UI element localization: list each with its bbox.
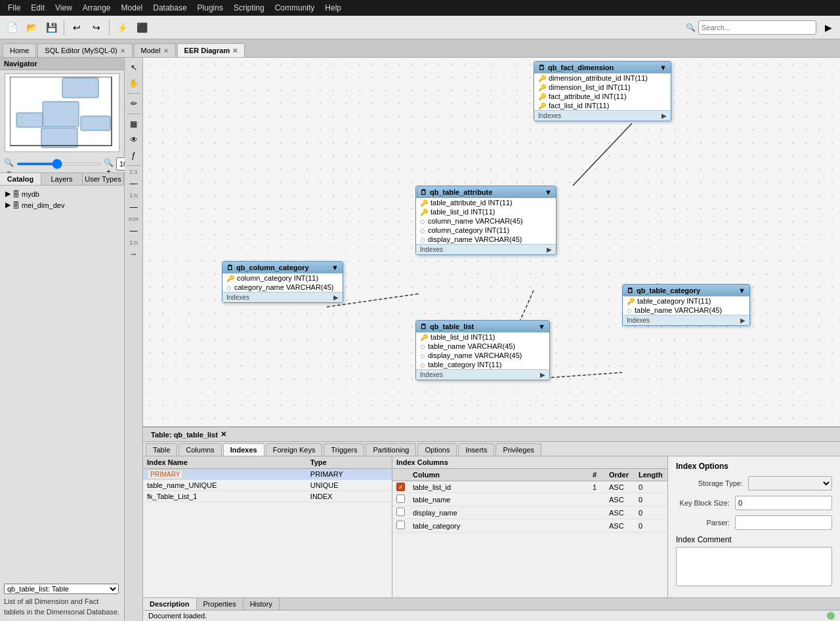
eer-field-3-2[interactable]: ◇display_name VARCHAR(45) — [416, 351, 549, 360]
tab-model-close[interactable]: ✕ — [163, 47, 169, 54]
eer-table-qb-table-category[interactable]: 🗒 qb_table_category ▼ 🔑table_category IN… — [622, 284, 750, 326]
editor-tab-privileges[interactable]: Privileges — [495, 443, 541, 456]
eer-field-4-1[interactable]: ◇table_name VARCHAR(45) — [623, 306, 749, 315]
menu-plugins[interactable]: Plugins — [192, 0, 228, 16]
eer-field-3-3[interactable]: ◇table_category INT(11) — [416, 360, 549, 369]
menu-database[interactable]: Database — [148, 0, 192, 16]
sidebar-tab-usertypes[interactable]: User Types — [83, 173, 124, 185]
eer-menu-col-cat[interactable]: ▼ — [331, 264, 339, 271]
icol-row-2[interactable]: display_name ASC 0 — [392, 506, 667, 519]
eer-indexes-1[interactable]: Indexes▶ — [416, 244, 556, 254]
index-row-fk[interactable]: fk_Table_List_1 INDEX — [143, 491, 392, 502]
eer-field-3-1[interactable]: ◇table_name VARCHAR(45) — [416, 342, 549, 351]
menu-view[interactable]: View — [50, 0, 77, 16]
tree-item-mydb[interactable]: ▶ 🗄 mydb — [3, 188, 121, 199]
eer-table-qb-column-category[interactable]: 🗒 qb_column_category ▼ 🔑column_category … — [222, 261, 343, 303]
eer-field-2-1[interactable]: ◇category_name VARCHAR(45) — [222, 283, 343, 292]
menu-community[interactable]: Community — [270, 0, 320, 16]
index-row-primary[interactable]: PRIMARY PRIMARY — [143, 469, 392, 480]
stop-button[interactable]: ⬛ — [133, 18, 151, 37]
status-tab-description[interactable]: Description — [143, 598, 197, 610]
open-button[interactable]: 📂 — [22, 18, 41, 37]
undo-button[interactable]: ↩ — [68, 18, 86, 37]
search-input[interactable] — [698, 20, 816, 35]
eer-table-qb-table-attribute[interactable]: 🗒 qb_table_attribute ▼ 🔑table_attribute_… — [415, 186, 556, 255]
icol-check-0[interactable]: ✓ — [392, 481, 409, 493]
sidebar-tab-catalog[interactable]: Catalog — [0, 173, 41, 185]
key-block-size-input[interactable] — [735, 496, 832, 510]
new-button[interactable]: 📄 — [3, 18, 21, 37]
eer-canvas[interactable]: 🗒 qb_fact_dimension ▼ 🔑dimension_attribu… — [143, 58, 840, 426]
zoom-in-button[interactable]: 🔍+ — [104, 158, 114, 170]
parser-input[interactable] — [735, 515, 832, 530]
icol-check-3[interactable] — [392, 519, 409, 532]
tree-item-meidimdev[interactable]: ▶ 🗄 mei_dim_dev — [3, 199, 121, 210]
editor-tab-inserts[interactable]: Inserts — [458, 443, 494, 456]
zoom-out-button[interactable]: 🔍− — [4, 158, 14, 170]
tool-rel-1-1[interactable]: — — [127, 176, 141, 191]
menu-scripting[interactable]: Scripting — [228, 0, 270, 16]
tool-rel-1-n-v[interactable]: ╌ — [127, 247, 141, 262]
eer-field-0-3[interactable]: 🔑fact_list_id INT(11) — [534, 101, 671, 110]
status-tab-history[interactable]: History — [243, 598, 280, 610]
editor-tab-table[interactable]: Table — [146, 443, 177, 456]
bottom-close-button[interactable]: ✕ — [220, 430, 226, 439]
menu-edit[interactable]: Edit — [26, 0, 50, 16]
tool-routine[interactable]: ƒ — [127, 148, 141, 163]
eer-menu-table-cat[interactable]: ▼ — [738, 287, 746, 294]
editor-tab-options[interactable]: Options — [417, 443, 457, 456]
icol-row-0[interactable]: ✓ table_list_id 1 ASC 0 — [392, 481, 667, 493]
tool-table[interactable]: ▦ — [127, 117, 141, 131]
index-row-unique[interactable]: table_name_UNIQUE UNIQUE — [143, 480, 392, 491]
execute-button[interactable]: ⚡ — [113, 18, 131, 37]
save-button[interactable]: 💾 — [42, 18, 60, 37]
tab-eerdiagram-close[interactable]: ✕ — [232, 47, 238, 54]
icol-row-1[interactable]: table_name ASC 0 — [392, 493, 667, 506]
eer-indexes-3[interactable]: Indexes▶ — [416, 369, 549, 380]
editor-tab-partitioning[interactable]: Partitioning — [366, 443, 416, 456]
editor-tab-indexes[interactable]: Indexes — [223, 443, 264, 456]
tool-view[interactable]: 👁 — [127, 132, 141, 147]
editor-tab-triggers[interactable]: Triggers — [324, 443, 364, 456]
eer-table-qb-fact-dimension[interactable]: 🗒 qb_fact_dimension ▼ 🔑dimension_attribu… — [534, 61, 671, 121]
icol-check-2[interactable] — [392, 506, 409, 519]
eer-field-1-1[interactable]: 🔑table_list_id INT(11) — [416, 207, 556, 216]
eer-indexes-4[interactable]: Indexes▶ — [623, 315, 749, 325]
tool-rel-nm[interactable]: — — [127, 224, 141, 238]
search-go-button[interactable]: ▶ — [819, 18, 837, 37]
tool-rel-1-n[interactable]: — — [127, 200, 141, 214]
index-comment-textarea[interactable] — [676, 547, 832, 586]
menu-help[interactable]: Help — [320, 0, 346, 16]
tool-eraser[interactable]: ✏ — [127, 96, 141, 111]
icol-check-1[interactable] — [392, 493, 409, 506]
menu-file[interactable]: File — [3, 0, 26, 16]
tab-sqleditor[interactable]: SQL Editor (MySQL-0) ✕ — [37, 43, 132, 57]
tool-hand[interactable]: ✋ — [127, 76, 141, 90]
eer-menu-table-attr[interactable]: ▼ — [545, 188, 552, 196]
tool-cursor[interactable]: ↖ — [127, 60, 141, 75]
eer-field-1-4[interactable]: ◇display_name VARCHAR(45) — [416, 235, 556, 244]
eer-field-4-0[interactable]: 🔑table_category INT(11) — [623, 296, 749, 306]
eer-field-2-0[interactable]: 🔑column_category INT(11) — [222, 273, 343, 283]
sidebar-tab-layers[interactable]: Layers — [41, 173, 83, 185]
eer-field-0-1[interactable]: 🔑dimension_list_id INT(11) — [534, 83, 671, 92]
eer-field-0-2[interactable]: 🔑fact_attribute_id INT(11) — [534, 92, 671, 101]
eer-field-3-0[interactable]: 🔑table_list_id INT(11) — [416, 332, 549, 342]
tab-eerdiagram[interactable]: EER Diagram ✕ — [177, 43, 245, 57]
menu-arrange[interactable]: Arrange — [77, 0, 116, 16]
eer-menu-table-list[interactable]: ▼ — [538, 323, 545, 331]
eer-menu-fact-dim[interactable]: ▼ — [660, 64, 667, 71]
zoom-slider[interactable] — [16, 163, 101, 165]
eer-indexes-2[interactable]: Indexes▶ — [222, 292, 343, 302]
eer-indexes-0[interactable]: Indexes▶ — [534, 110, 671, 121]
eer-field-0-0[interactable]: 🔑dimension_attribute_id INT(11) — [534, 73, 671, 83]
status-tab-properties[interactable]: Properties — [197, 598, 243, 610]
tab-home[interactable]: Home — [3, 43, 36, 57]
menu-model[interactable]: Model — [116, 0, 148, 16]
editor-tab-foreignkeys[interactable]: Foreign Keys — [266, 443, 323, 456]
context-select[interactable]: qb_table_list: Table — [4, 584, 119, 594]
eer-table-qb-table-list[interactable]: 🗒 qb_table_list ▼ 🔑table_list_id INT(11)… — [415, 320, 550, 380]
tab-model[interactable]: Model ✕ — [134, 43, 176, 57]
storage-type-select[interactable] — [748, 476, 832, 491]
editor-tab-columns[interactable]: Columns — [178, 443, 221, 456]
